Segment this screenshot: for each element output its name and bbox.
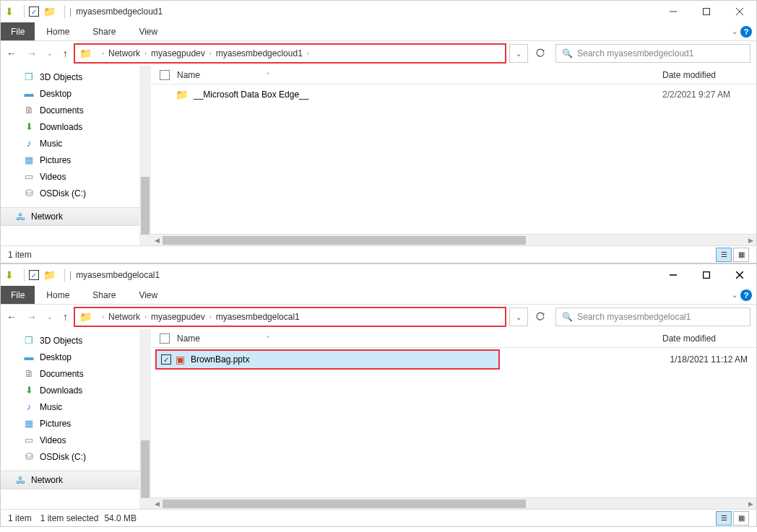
scrollbar-vertical[interactable] [139, 329, 151, 509]
file-row[interactable]: 📁 __Microsoft Data Box Edge__ 2/2/2021 9… [151, 84, 756, 105]
navpane-item-documents[interactable]: 🗎Documents [1, 365, 151, 382]
file-checkbox[interactable]: ✓ [161, 354, 171, 365]
tab-share[interactable]: Share [81, 286, 127, 304]
chevron-right-icon: › [102, 50, 104, 57]
tab-home[interactable]: Home [35, 286, 81, 304]
address-bar[interactable]: 📁 › Network › myasegpudev › myasesmbedge… [74, 307, 506, 327]
select-all-checkbox[interactable] [160, 70, 170, 80]
navigation-pane: ❒3D Objects ▬Desktop 🗎Documents ⬇Downloa… [1, 66, 151, 245]
close-button[interactable] [723, 1, 756, 22]
search-input[interactable]: 🔍 Search myasesmbedgecloud1 [555, 44, 750, 63]
navpane-item-documents[interactable]: 🗎Documents [1, 102, 151, 118]
navpane-item-network[interactable]: 🖧Network [1, 471, 151, 489]
maximize-button[interactable] [690, 1, 723, 22]
file-date: 2/2/2021 9:27 AM [662, 90, 756, 100]
navpane-item-videos[interactable]: ▭Videos [1, 168, 151, 185]
titlebar: ⬇ ✓ 📁 | myasesmbedgelocal1 [1, 264, 756, 286]
svg-rect-5 [704, 272, 710, 279]
column-date[interactable]: Date modified [662, 70, 756, 80]
help-icon[interactable]: ? [740, 26, 752, 38]
navpane-item-desktop[interactable]: ▬Desktop [1, 85, 151, 102]
navpane-item-desktop[interactable]: ▬Desktop [1, 349, 151, 365]
tab-view[interactable]: View [127, 286, 169, 304]
forward-button[interactable]: → [27, 311, 37, 323]
pictures-icon: ▦ [22, 418, 35, 429]
tab-home[interactable]: Home [35, 22, 81, 40]
minimize-button[interactable] [657, 264, 690, 286]
navpane-item-osdisk[interactable]: ⛁OSDisk (C:) [1, 185, 151, 201]
column-name[interactable]: Name [177, 70, 200, 80]
qat-checkbox[interactable]: ✓ [29, 270, 39, 280]
large-icons-view-button[interactable]: ▦ [733, 248, 749, 262]
folder-icon: 📁 [79, 48, 92, 59]
expand-ribbon-icon[interactable]: ⌄ [732, 291, 737, 299]
folder-icon: 📁 [43, 269, 56, 281]
up-button[interactable]: ↑ [63, 311, 68, 323]
breadcrumb-item[interactable]: myasesmbedgelocal1 [216, 312, 300, 322]
status-selected-count: 1 item selected [40, 513, 99, 523]
scrollbar-horizontal[interactable]: ◀▶ [151, 234, 756, 245]
navpane-item-osdisk[interactable]: ⛁OSDisk (C:) [1, 448, 151, 465]
tab-share[interactable]: Share [81, 22, 127, 40]
scrollbar-vertical[interactable] [139, 66, 151, 245]
back-button[interactable]: ← [7, 311, 17, 323]
breadcrumb-item[interactable]: Network [108, 48, 140, 58]
help-icon[interactable]: ? [740, 289, 752, 301]
details-view-button[interactable]: ☰ [716, 248, 732, 262]
breadcrumb-item[interactable]: myasegpudev [151, 312, 205, 322]
navpane-item-music[interactable]: ♪Music [1, 398, 151, 415]
music-icon: ♪ [22, 401, 35, 412]
navpane-item-downloads[interactable]: ⬇Downloads [1, 382, 151, 398]
close-button[interactable] [723, 264, 756, 286]
scrollbar-horizontal[interactable]: ◀▶ [151, 497, 756, 509]
explorer-window-2: ⬇ ✓ 📁 | myasesmbedgelocal1 File Home Sha… [0, 263, 757, 527]
qat-checkbox[interactable]: ✓ [29, 6, 39, 17]
search-icon: 🔍 [562, 312, 573, 322]
breadcrumb-item[interactable]: Network [108, 312, 140, 322]
forward-button[interactable]: → [27, 48, 37, 59]
maximize-button[interactable] [690, 264, 723, 286]
column-name[interactable]: Name [177, 333, 200, 344]
navpane-item-pictures[interactable]: ▦Pictures [1, 152, 151, 168]
3d-objects-icon: ❒ [22, 335, 35, 346]
navpane-item-videos[interactable]: ▭Videos [1, 432, 151, 448]
file-row-selected[interactable]: ✓ ▣ BrownBag.pptx [155, 349, 500, 370]
navpane-item-music[interactable]: ♪Music [1, 135, 151, 152]
navpane-item-3d-objects[interactable]: ❒3D Objects [1, 69, 151, 85]
large-icons-view-button[interactable]: ▦ [733, 511, 749, 526]
navpane-item-network[interactable]: 🖧Network [1, 207, 151, 226]
minimize-button[interactable] [657, 1, 690, 22]
breadcrumb-item[interactable]: myasegpudev [151, 48, 205, 58]
tab-file[interactable]: File [1, 22, 35, 40]
navpane-item-3d-objects[interactable]: ❒3D Objects [1, 332, 151, 349]
expand-ribbon-icon[interactable]: ⌄ [732, 27, 737, 35]
select-all-checkbox[interactable] [160, 333, 170, 344]
tab-file[interactable]: File [1, 286, 35, 304]
address-dropdown[interactable]: ⌄ [510, 45, 527, 61]
address-bar[interactable]: 📁 › Network › myasegpudev › myasesmbedge… [74, 43, 506, 64]
titlebar: ⬇ ✓ 📁 | myasesmbedgecloud1 [1, 1, 756, 22]
refresh-button[interactable] [529, 308, 551, 326]
navigation-pane: ❒3D Objects ▬Desktop 🗎Documents ⬇Downloa… [1, 329, 151, 509]
navpane-item-downloads[interactable]: ⬇Downloads [1, 118, 151, 135]
tab-view[interactable]: View [127, 22, 169, 40]
column-date[interactable]: Date modified [662, 333, 756, 344]
file-list-pane: Name⌃ Date modified ✓ ▣ BrownBag.pptx 1/… [151, 329, 756, 509]
folder-icon: 📁 [43, 6, 56, 17]
details-view-button[interactable]: ☰ [716, 511, 732, 526]
sort-indicator-icon: ⌃ [265, 335, 271, 342]
navpane-item-pictures[interactable]: ▦Pictures [1, 415, 151, 432]
separator [64, 269, 65, 282]
search-input[interactable]: 🔍 Search myasesmbedgelocal1 [555, 308, 750, 326]
desktop-icon: ▬ [22, 88, 35, 99]
back-button[interactable]: ← [7, 48, 17, 59]
address-dropdown[interactable]: ⌄ [510, 309, 527, 325]
up-button[interactable]: ↑ [63, 48, 68, 59]
recent-dropdown-icon[interactable]: ⌄ [47, 313, 53, 320]
title-divider: | [69, 6, 72, 17]
window-title: myasesmbedgecloud1 [76, 6, 163, 17]
refresh-button[interactable] [529, 44, 551, 63]
recent-dropdown-icon[interactable]: ⌄ [47, 50, 53, 57]
breadcrumb-item[interactable]: myasesmbedgecloud1 [216, 48, 303, 58]
nav-bar: ← → ⌄ ↑ 📁 › Network › myasegpudev › myas… [1, 41, 756, 66]
